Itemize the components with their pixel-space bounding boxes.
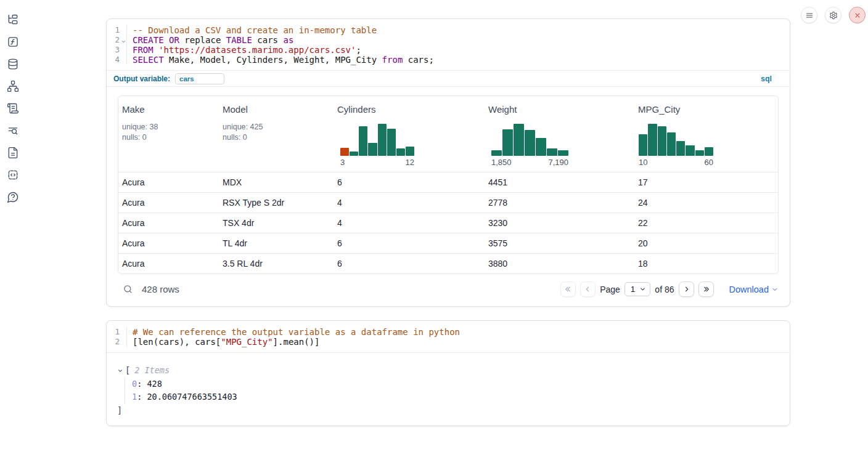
column-header-cylinders[interactable]: Cylinders312 xyxy=(334,96,485,172)
logs-search-icon[interactable] xyxy=(7,124,19,137)
histogram-bar[interactable] xyxy=(658,126,666,156)
dependency-graph-icon[interactable] xyxy=(7,80,19,92)
column-name[interactable]: Make xyxy=(122,104,215,115)
column-name[interactable]: Weight xyxy=(488,104,631,115)
histogram-bar[interactable] xyxy=(525,130,535,156)
functions-icon[interactable] xyxy=(7,36,19,48)
sql-code-editor[interactable]: 1-- Download a CSV and create an in-memo… xyxy=(107,19,790,71)
previous-page-button[interactable] xyxy=(580,281,596,297)
documentation-icon[interactable] xyxy=(7,147,19,159)
pagination-controls: Page 1 of 86 Download xyxy=(560,281,779,297)
python-cell-output: [ 2 Items 0: 4281: 20.060747663551403 ] xyxy=(107,353,790,426)
histogram-bar[interactable] xyxy=(406,147,414,156)
column-histogram[interactable]: 312 xyxy=(340,124,414,168)
shutdown-button[interactable] xyxy=(849,7,866,23)
table-row[interactable]: Acura3.5 RL 4dr6388018 xyxy=(118,253,778,273)
snippets-icon[interactable] xyxy=(7,169,19,181)
histogram-bar[interactable] xyxy=(387,129,396,156)
table-cell: 2778 xyxy=(485,198,634,208)
scratchpad-icon[interactable] xyxy=(7,102,19,115)
code-text: CREATE OR replace TABLE cars as xyxy=(127,35,293,45)
column-header-weight[interactable]: Weight1,8507,190 xyxy=(485,96,634,172)
code-line[interactable]: 1# We can reference the output variable … xyxy=(107,327,790,337)
histogram-bars xyxy=(639,124,713,156)
tree-entries: 0: 4281: 20.060747663551403 xyxy=(125,378,779,404)
histogram-bar[interactable] xyxy=(705,147,713,156)
python-code-editor[interactable]: 1# We can reference the output variable … xyxy=(107,321,790,353)
help-icon[interactable] xyxy=(7,191,19,203)
download-button[interactable]: Download xyxy=(729,285,779,294)
table-cell: 22 xyxy=(634,218,778,228)
chevron-left-icon xyxy=(584,285,592,293)
page-total-label: of 86 xyxy=(655,285,674,294)
line-number: 4 xyxy=(107,55,127,65)
histogram-bar[interactable] xyxy=(695,150,704,156)
next-page-button[interactable] xyxy=(679,281,694,297)
output-variable-input[interactable] xyxy=(175,73,224,84)
last-page-button[interactable] xyxy=(698,281,714,297)
code-line[interactable]: 1-- Download a CSV and create an in-memo… xyxy=(107,25,790,35)
histogram-bar[interactable] xyxy=(536,138,546,156)
code-line[interactable]: 2[len(cars), cars["MPG_City"].mean()] xyxy=(107,337,790,347)
code-text: SELECT Make, Model, Cylinders, Weight, M… xyxy=(127,55,434,65)
histogram-bar[interactable] xyxy=(676,141,685,156)
table-cell: 17 xyxy=(634,177,778,187)
histogram-axis-labels: 312 xyxy=(340,158,414,168)
hamburger-menu-icon xyxy=(805,11,814,20)
column-histogram[interactable]: 1,8507,190 xyxy=(491,124,568,168)
histogram-bar[interactable] xyxy=(340,148,349,156)
table-body: AcuraMDX6445117AcuraRSX Type S 2dr427782… xyxy=(118,172,778,273)
gear-icon xyxy=(829,11,838,20)
language-badge: sql xyxy=(761,75,772,83)
table-cell: TL 4dr xyxy=(219,238,334,248)
code-line[interactable]: 2CREATE OR replace TABLE cars as xyxy=(107,35,790,45)
histogram-bar[interactable] xyxy=(396,148,405,156)
column-header-model[interactable]: Modelunique: 425nulls: 0 xyxy=(219,96,334,172)
table-row[interactable]: AcuraTL 4dr6357520 xyxy=(118,233,778,253)
histogram-bar[interactable] xyxy=(547,148,557,156)
histogram-bar[interactable] xyxy=(667,132,676,156)
histogram-bar[interactable] xyxy=(491,150,502,156)
code-line[interactable]: 4SELECT Make, Model, Cylinders, Weight, … xyxy=(107,55,790,65)
first-page-button[interactable] xyxy=(560,281,576,297)
table-cell: 3230 xyxy=(485,218,634,228)
column-name[interactable]: Cylinders xyxy=(337,104,481,115)
column-histogram[interactable]: 1060 xyxy=(639,124,713,168)
page-select[interactable]: 1 xyxy=(624,282,651,296)
table-row[interactable]: AcuraRSX Type S 2dr4277824 xyxy=(118,192,778,212)
histogram-bar[interactable] xyxy=(359,126,367,156)
code-line[interactable]: 3FROM 'https://datasets.marimo.app/cars.… xyxy=(107,45,790,55)
table-row[interactable]: AcuraTSX 4dr4323022 xyxy=(118,212,778,233)
column-name[interactable]: MPG_City xyxy=(638,104,774,115)
column-header-make[interactable]: Makeunique: 38nulls: 0 xyxy=(118,96,219,172)
histogram-bar[interactable] xyxy=(378,124,387,156)
histogram-bar[interactable] xyxy=(686,145,694,156)
sql-cell-output: Makeunique: 38nulls: 0Modelunique: 425nu… xyxy=(107,87,790,306)
histogram-bars xyxy=(340,124,414,156)
tree-collapse-chevron-icon[interactable] xyxy=(117,368,123,374)
histogram-bar[interactable] xyxy=(368,143,377,156)
table-cell: 6 xyxy=(334,238,485,248)
histogram-bar[interactable] xyxy=(350,152,358,156)
data-sources-icon[interactable] xyxy=(7,58,19,70)
column-header-mpg_city[interactable]: MPG_City1060 xyxy=(634,96,778,172)
histogram-bar[interactable] xyxy=(648,124,657,156)
histogram-bar[interactable] xyxy=(639,134,647,156)
page-label: Page xyxy=(600,285,620,294)
table-cell: RSX Type S 2dr xyxy=(219,198,334,208)
menu-button[interactable] xyxy=(801,7,817,23)
histogram-bar[interactable] xyxy=(514,124,524,156)
chevron-down-icon xyxy=(639,286,646,293)
settings-button[interactable] xyxy=(825,7,841,23)
table-cell: 4 xyxy=(334,198,485,208)
histogram-bar[interactable] xyxy=(558,150,568,156)
file-explorer-icon[interactable] xyxy=(7,14,19,26)
line-number: 2 xyxy=(107,35,127,45)
histogram-bar[interactable] xyxy=(502,129,513,156)
search-icon[interactable] xyxy=(123,284,133,294)
column-name[interactable]: Model xyxy=(223,104,330,115)
table-row[interactable]: AcuraMDX6445117 xyxy=(118,172,778,192)
tree-items-count: 2 Items xyxy=(134,364,170,378)
table-cell: 3575 xyxy=(485,238,634,248)
output-variable-label: Output variable: xyxy=(113,75,170,83)
